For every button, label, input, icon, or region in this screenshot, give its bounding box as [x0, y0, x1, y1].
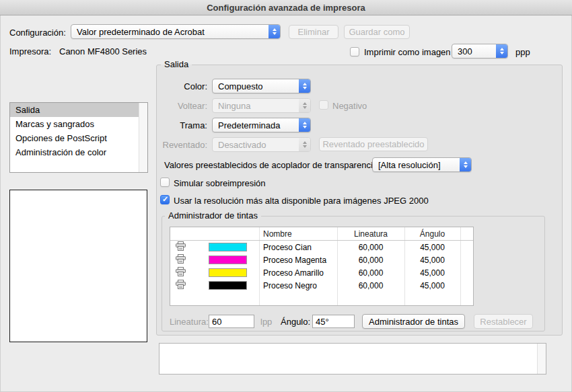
frequency-unit-label: lpp [260, 317, 272, 327]
trapping-value: Desactivado [213, 140, 299, 150]
ink-angle: 45,000 [404, 243, 460, 252]
simulate-overprint-checkbox[interactable] [160, 178, 170, 187]
flip-label: Voltear: [178, 101, 207, 111]
list-item-marcas-y-sangrados[interactable]: Marcas y sangrados [10, 117, 147, 131]
ink-swatch [209, 256, 247, 264]
flip-dropdown: Ninguna [212, 98, 311, 113]
advanced-print-setup-dialog: Configuración avanzada de impresora Conf… [0, 0, 572, 392]
printer-icon [176, 254, 186, 266]
dropdown-arrows-icon [496, 44, 507, 58]
dpi-unit-label: ppp [515, 47, 530, 57]
color-value: Compuesto [213, 81, 299, 91]
ink-frequency: 60,000 [337, 268, 404, 278]
ink-row-yellow[interactable]: Proceso Amarillo 60,000 45,000 [170, 266, 473, 279]
ink-frequency: 60,000 [337, 243, 404, 252]
printer-icon [176, 241, 186, 253]
ink-table-header: Nombre Lineatura Ángulo [170, 227, 473, 241]
ink-name: Proceso Negro [259, 281, 337, 290]
ink-row-cyan[interactable]: Proceso Cian 60,000 45,000 [170, 241, 473, 253]
ink-name: Proceso Cian [259, 243, 337, 252]
flattener-dropdown[interactable]: [Alta resolución] [372, 157, 472, 172]
simulate-overprint-label: Simular sobreimpresión [174, 178, 266, 188]
flip-value: Ninguna [213, 101, 299, 111]
angle-label: Ángulo: [281, 317, 310, 327]
dpi-value: 300 [452, 46, 496, 56]
ink-frequency: 60,000 [337, 256, 404, 265]
list-scrollbar[interactable] [139, 103, 147, 172]
column-header-frequency[interactable]: Lineatura [337, 227, 404, 240]
ink-manager-button[interactable]: Administrador de tintas [362, 314, 465, 329]
print-as-image-label: Imprimir como imagen [364, 47, 451, 57]
frequency-label: Lineatura: [170, 317, 209, 327]
output-panel-title: Salida [161, 59, 192, 70]
save-as-button[interactable]: Guardar como [344, 25, 410, 39]
print-as-image-checkbox[interactable] [350, 47, 359, 56]
trapping-presets-button[interactable]: Reventado preestablecido [319, 137, 428, 151]
ink-swatch [209, 281, 247, 290]
ink-name: Proceso Amarillo [259, 268, 337, 278]
dropdown-arrows-icon [299, 99, 310, 112]
ink-row-black[interactable]: Proceso Negro 60,000 45,000 [170, 279, 473, 292]
ink-angle: 45,000 [404, 268, 460, 278]
settings-preset-dropdown[interactable]: Valor predeterminado de Acrobat [71, 24, 281, 39]
color-label: Color: [184, 81, 207, 91]
color-dropdown[interactable]: Compuesto [212, 79, 311, 93]
ink-manager-group-title: Administrador de tintas [165, 210, 261, 221]
printer-icon [176, 280, 186, 291]
list-item-salida[interactable]: Salida [10, 103, 147, 117]
trapping-label: Reventado: [163, 140, 208, 150]
dpi-dropdown[interactable]: 300 [452, 44, 508, 58]
settings-preset-value: Valor predeterminado de Acrobat [71, 27, 269, 37]
jpeg2000-label: Usar la resolución más alta disponible p… [174, 196, 429, 206]
page-preview-box [9, 190, 147, 342]
settings-label: Configuración: [9, 28, 66, 38]
column-header-name[interactable]: Nombre [259, 227, 337, 240]
reset-button[interactable]: Restablecer [474, 314, 533, 329]
window-title: Configuración avanzada de impresora [207, 3, 365, 13]
screening-value: Predeterminada [213, 120, 299, 130]
ink-row-magenta[interactable]: Proceso Magenta 60,000 45,000 [170, 253, 473, 266]
screening-dropdown[interactable]: Predeterminada [212, 118, 311, 132]
printer-icon [176, 267, 186, 278]
column-header-angle[interactable]: Ángulo [404, 227, 460, 240]
dropdown-arrows-icon [299, 79, 310, 93]
flattener-value: [Alta resolución] [373, 160, 460, 170]
negative-label: Negativo [332, 101, 367, 111]
flattener-label: Valores preestablecidos de acoplador de … [164, 160, 384, 170]
jpeg2000-checkbox[interactable] [160, 195, 170, 204]
dropdown-arrows-icon [299, 118, 310, 132]
window-titlebar[interactable]: Configuración avanzada de impresora [0, 0, 572, 15]
screening-label: Trama: [180, 120, 207, 130]
ink-frequency: 60,000 [337, 281, 404, 290]
ink-name: Proceso Magenta [259, 256, 337, 265]
dropdown-arrows-icon [460, 158, 471, 171]
ink-angle: 45,000 [404, 281, 460, 290]
printer-label: Impresora: [9, 46, 51, 56]
description-scrollbar[interactable] [537, 344, 546, 374]
ink-swatch [209, 243, 247, 251]
negative-checkbox [319, 100, 328, 110]
list-item-opciones-postscript[interactable]: Opciones de PostScript [10, 131, 147, 145]
ink-swatch [209, 268, 247, 277]
list-item-administracion-color[interactable]: Administración de color [10, 145, 147, 159]
dropdown-arrows-icon [299, 138, 310, 151]
angle-input[interactable] [312, 315, 355, 328]
description-box [159, 343, 546, 375]
ink-angle: 45,000 [404, 256, 460, 265]
frequency-input[interactable] [209, 315, 254, 328]
delete-button[interactable]: Eliminar [289, 25, 338, 39]
trapping-dropdown: Desactivado [212, 137, 311, 152]
settings-category-list: Salida Marcas y sangrados Opciones de Po… [9, 102, 148, 173]
dropdown-arrows-icon [269, 25, 280, 38]
printer-name: Canon MF4800 Series [59, 46, 147, 56]
ink-table: Nombre Lineatura Ángulo Proceso Cian 60,… [170, 227, 474, 306]
